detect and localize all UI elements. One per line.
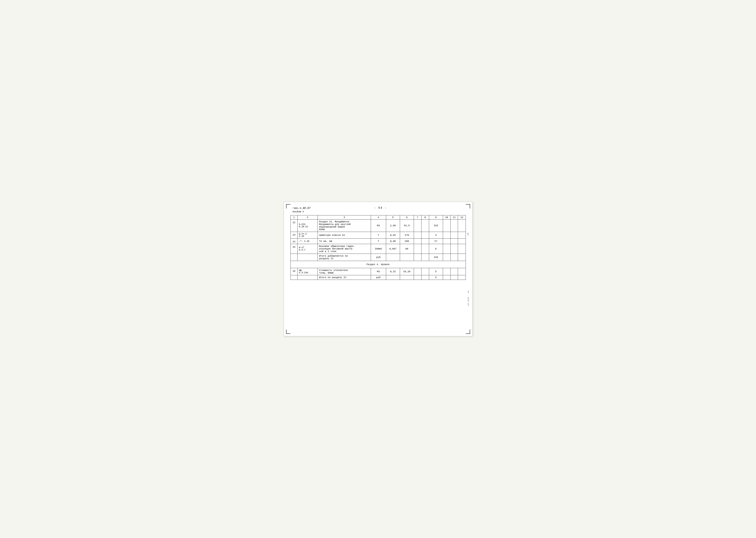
header-col-6: 6 (400, 215, 414, 220)
header-col-5: 5 (386, 215, 400, 220)
data-col5: 0,3I (386, 268, 400, 275)
data-col7 (414, 268, 421, 275)
data-col9: IIO (429, 220, 443, 232)
main-table-container: 1 2 3 4 5 6 7 8 9 10 11 12 I2 6–224 6.26… (290, 215, 466, 280)
data-col8 (421, 244, 429, 254)
corner-mark-br (466, 330, 470, 334)
itogo-col6 (400, 254, 414, 261)
data-col6: 52,5 (400, 220, 414, 232)
data-col1: I2 (290, 220, 298, 232)
table-row: Итого по разделу IУ руб 5 (290, 275, 466, 280)
data-col6: 90 (400, 244, 414, 254)
data-col5: 0,06 (386, 239, 400, 244)
data-col12 (458, 220, 466, 232)
itogo-col11 (450, 254, 458, 261)
itogo-col6 (400, 275, 414, 280)
data-col1: I6 (290, 268, 298, 275)
table-header-row: 1 2 3 4 5 6 7 8 9 10 11 12 (290, 215, 466, 220)
itogo-col12 (458, 275, 466, 280)
itogo-col7 (414, 275, 421, 280)
itogo-col1 (290, 275, 298, 280)
data-col11 (450, 244, 458, 254)
table-row: Итого добавляется по разделу II руб I36 (290, 254, 466, 261)
header-col-4: 4 (371, 215, 386, 220)
itogo-col7 (414, 254, 421, 261)
data-col10 (443, 220, 450, 232)
data-col4: I00м2 (371, 244, 386, 254)
page-number: - 54 - (374, 206, 387, 210)
data-col7 (414, 232, 421, 239)
data-col10 (443, 239, 450, 244)
section-title-cell: Раздел 4. Кровля (290, 261, 466, 268)
itogo-col1 (290, 254, 298, 261)
data-col7 (414, 220, 421, 232)
table-row: I4 –"– п.I8 То же, АШ Т 0,06 288 I7 (290, 239, 466, 244)
data-col10 (443, 244, 450, 254)
itogo-col5 (386, 275, 400, 280)
data-col3: Раздел II. Фундаменты Фундаменты для кру… (318, 220, 371, 232)
data-col1: I4 (290, 239, 298, 244)
table-row: Раздел 4. Кровля (290, 261, 466, 268)
itogo-col8 (421, 254, 429, 261)
data-col7 (414, 244, 421, 254)
corner-mark-tr (466, 204, 470, 208)
data-col12 (458, 232, 466, 239)
data-col4: МЗ (371, 268, 386, 275)
data-col12 (458, 268, 466, 275)
itogo-col11 (450, 275, 458, 280)
data-col11 (450, 239, 458, 244)
header-col-9: 9 (429, 215, 443, 220)
itogo-col10 (443, 254, 450, 261)
data-col2: ЦЩ п.3–I46 (298, 268, 318, 275)
main-table: 1 2 3 4 5 6 7 8 9 10 11 12 I2 6–224 6.26… (290, 215, 466, 280)
data-col8 (421, 232, 429, 239)
data-col8 (421, 268, 429, 275)
data-col3: То же, АШ (318, 239, 371, 244)
data-col5: 2,09 (386, 220, 400, 232)
corner-mark-tl (286, 204, 290, 208)
header-col-12: 12 (458, 215, 466, 220)
itogo-col3: Итого по разделу IУ (318, 275, 371, 280)
table-body: I2 6–224 6.26–I2 Раздел II. Фундаменты Ф… (290, 220, 466, 280)
data-col11 (450, 268, 458, 275)
data-col12 (458, 239, 466, 244)
table-row: I6 ЦЩ п.3–I46 Стоимость утеплителя толщ.… (290, 268, 466, 275)
data-col2: –"– п.I8 (298, 239, 318, 244)
data-col1: I5 (290, 244, 298, 254)
data-col4: Т (371, 239, 386, 244)
itogo-col12 (458, 254, 466, 261)
itogo-col10 (443, 275, 450, 280)
data-col7 (414, 239, 421, 244)
table-row: I2 6–224 6.26–I2 Раздел II. Фундаменты Ф… (290, 220, 466, 232)
doc-code: ⌒901-5-40.87 (293, 206, 311, 210)
itogo-col3: Итого добавляется по разделу II (318, 254, 371, 261)
side-stamp-top: 45 (467, 232, 469, 236)
itogo-col2 (298, 275, 318, 280)
header-col-3: 3 (318, 215, 371, 220)
data-col11 (450, 232, 458, 239)
data-col9: I7 (429, 239, 443, 244)
data-col6: I6,20 (400, 268, 414, 275)
itogo-col9: 5 (429, 275, 443, 280)
header-col-8: 8 (421, 215, 429, 220)
data-col5: 0,0I (386, 232, 400, 239)
corner-mark-bl (286, 330, 290, 334)
document-page: ⌒901-5-40.87 Альбом У - 54 - 45 КФ 9595 … (284, 202, 473, 336)
table-row: I5 8–27 8.4–7 Боковая обмазочная гидро- … (290, 244, 466, 254)
itogo-col8 (421, 275, 429, 280)
itogo-col4: руб (371, 275, 386, 280)
data-col4: МЗ (371, 220, 386, 232)
data-col3: Боковая обмазочная гидро- изоляция битум… (318, 244, 371, 254)
itogo-col5 (386, 254, 400, 261)
data-col9: 3 (429, 232, 443, 239)
album-label: Альбом У (293, 210, 311, 213)
data-col11 (450, 220, 458, 232)
data-col6: 270 (400, 232, 414, 239)
data-col2: Ц.Iч.2 п.I6 (298, 232, 318, 239)
page-header: ⌒901-5-40.87 Альбом У - 54 - (290, 206, 466, 213)
itogo-col4: руб (371, 254, 386, 261)
data-col5: 0,067 (386, 244, 400, 254)
data-col3: Арматура класса АI (318, 232, 371, 239)
data-col9: 6 (429, 244, 443, 254)
itogo-col9: I36 (429, 254, 443, 261)
